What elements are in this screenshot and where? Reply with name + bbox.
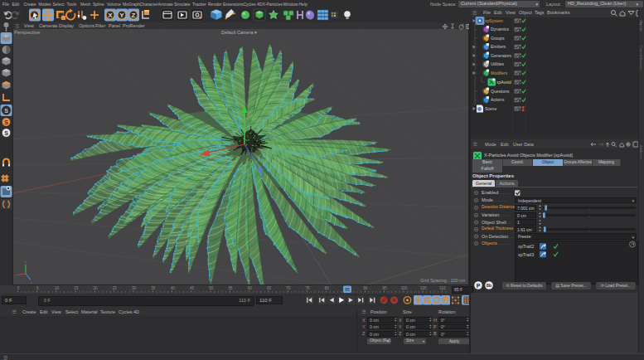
svg-text:Y: Y [25, 260, 27, 265]
svg-text:z: z [31, 280, 32, 285]
svg-text:x: x [15, 273, 17, 277]
